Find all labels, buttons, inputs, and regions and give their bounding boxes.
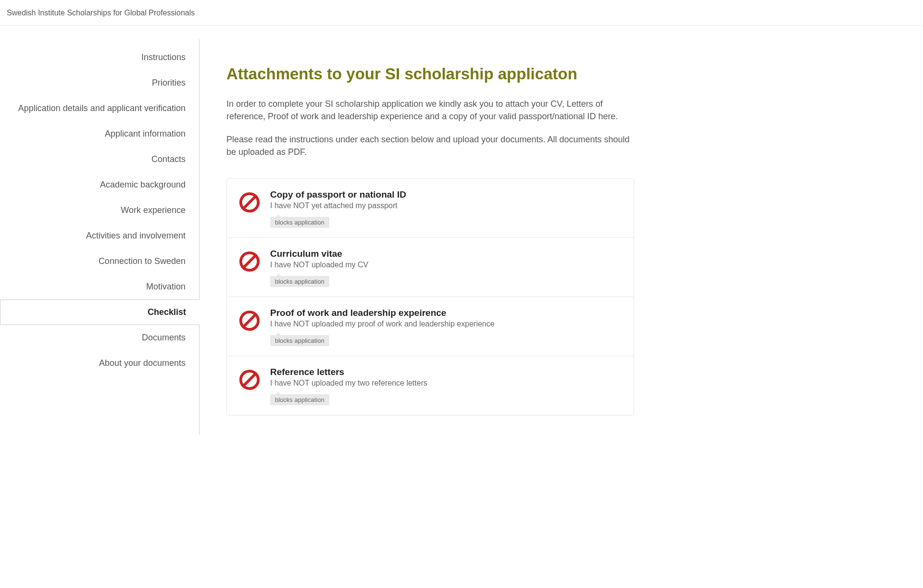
- checklist-icon-col: [238, 249, 270, 275]
- sidebar-item-application-details-and-applicant-verification[interactable]: Application details and applicant verifi…: [0, 96, 199, 121]
- sidebar-item-label: Connection to Sweden: [99, 256, 186, 266]
- checklist-item[interactable]: Copy of passport or national IDI have NO…: [227, 179, 634, 238]
- sidebar-item-checklist[interactable]: Checklist: [0, 300, 200, 325]
- checklist-item[interactable]: Reference lettersI have NOT uploaded my …: [227, 356, 634, 415]
- sidebar-item-priorities[interactable]: Priorities: [0, 70, 199, 96]
- block-icon: [238, 310, 261, 332]
- sidebar-item-label: Checklist: [148, 307, 186, 317]
- intro-text: In order to complete your SI scholarship…: [226, 98, 634, 158]
- checklist-item[interactable]: Curriculum vitaeI have NOT uploaded my C…: [227, 238, 634, 297]
- checklist-item-body: Curriculum vitaeI have NOT uploaded my C…: [270, 249, 368, 287]
- status-badge: blocks application: [270, 394, 329, 405]
- page-header: Swedish Institute Scholarships for Globa…: [0, 0, 923, 25]
- sidebar-item-contacts[interactable]: Contacts: [0, 147, 199, 172]
- svg-line-1: [244, 197, 256, 209]
- sidebar-item-label: Application details and applicant verifi…: [18, 103, 186, 113]
- page-title: Attachments to your SI scholarship appli…: [226, 65, 634, 83]
- checklist-item-body: Copy of passport or national IDI have NO…: [270, 189, 406, 228]
- checklist-icon-col: [238, 308, 270, 334]
- sidebar-item-connection-to-sweden[interactable]: Connection to Sweden: [0, 249, 199, 274]
- sidebar-item-label: Contacts: [151, 154, 186, 164]
- sidebar-item-work-experience[interactable]: Work experience: [0, 198, 199, 223]
- app-title: Swedish Institute Scholarships for Globa…: [7, 9, 195, 17]
- sidebar-item-about-your-documents[interactable]: About your documents: [0, 350, 199, 376]
- sidebar-item-label: Activities and involvement: [86, 231, 186, 240]
- sidebar-item-academic-background[interactable]: Academic background: [0, 172, 199, 198]
- checklist-icon-col: [238, 367, 270, 393]
- svg-line-5: [244, 315, 256, 327]
- sidebar-item-label: Documents: [142, 333, 186, 342]
- status-badge: blocks application: [270, 335, 329, 346]
- sidebar-item-label: Instructions: [141, 52, 186, 62]
- sidebar-item-label: About your documents: [99, 358, 186, 368]
- sidebar-item-documents[interactable]: Documents: [0, 325, 199, 350]
- sidebar-item-label: Motivation: [146, 282, 186, 291]
- checklist-item-title: Curriculum vitae: [270, 249, 368, 259]
- layout: InstructionsPrioritiesApplication detail…: [0, 25, 923, 435]
- sidebar-item-label: Academic background: [100, 180, 186, 189]
- checklist-item-body: Proof of work and leadership expeirenceI…: [270, 308, 495, 346]
- intro-paragraph-1: In order to complete your SI scholarship…: [226, 98, 634, 123]
- block-icon: [238, 369, 261, 391]
- sidebar-item-motivation[interactable]: Motivation: [0, 274, 199, 300]
- checklist-item-body: Reference lettersI have NOT uploaded my …: [270, 367, 427, 405]
- sidebar-item-activities-and-involvement[interactable]: Activities and involvement: [0, 223, 199, 249]
- checklist-item-title: Reference letters: [270, 367, 427, 377]
- checklist-item-subtitle: I have NOT yet attached my passport: [270, 201, 406, 210]
- checklist-item-subtitle: I have NOT uploaded my CV: [270, 261, 368, 269]
- status-badge: blocks application: [270, 276, 329, 287]
- sidebar: InstructionsPrioritiesApplication detail…: [0, 39, 200, 435]
- checklist-item-subtitle: I have NOT uploaded my two reference let…: [270, 379, 427, 388]
- checklist-item-title: Copy of passport or national ID: [270, 189, 406, 200]
- checklist-item-subtitle: I have NOT uploaded my proof of work and…: [270, 320, 495, 328]
- checklist-item[interactable]: Proof of work and leadership expeirenceI…: [227, 297, 634, 356]
- main-content: Attachments to your SI scholarship appli…: [200, 39, 661, 435]
- block-icon: [238, 191, 261, 213]
- svg-line-7: [244, 374, 256, 386]
- sidebar-item-instructions[interactable]: Instructions: [0, 45, 199, 70]
- svg-line-3: [244, 256, 256, 268]
- checklist-icon-col: [238, 189, 270, 215]
- status-badge: blocks application: [270, 217, 329, 228]
- sidebar-item-applicant-information[interactable]: Applicant information: [0, 121, 199, 147]
- checklist-item-title: Proof of work and leadership expeirence: [270, 308, 495, 318]
- sidebar-item-label: Priorities: [152, 78, 186, 88]
- block-icon: [238, 250, 261, 273]
- sidebar-item-label: Work experience: [121, 205, 186, 215]
- sidebar-item-label: Applicant information: [105, 129, 186, 138]
- checklist: Copy of passport or national IDI have NO…: [226, 178, 634, 415]
- intro-paragraph-2: Please read the instructions under each …: [226, 133, 634, 158]
- nav-list: InstructionsPrioritiesApplication detail…: [0, 45, 199, 376]
